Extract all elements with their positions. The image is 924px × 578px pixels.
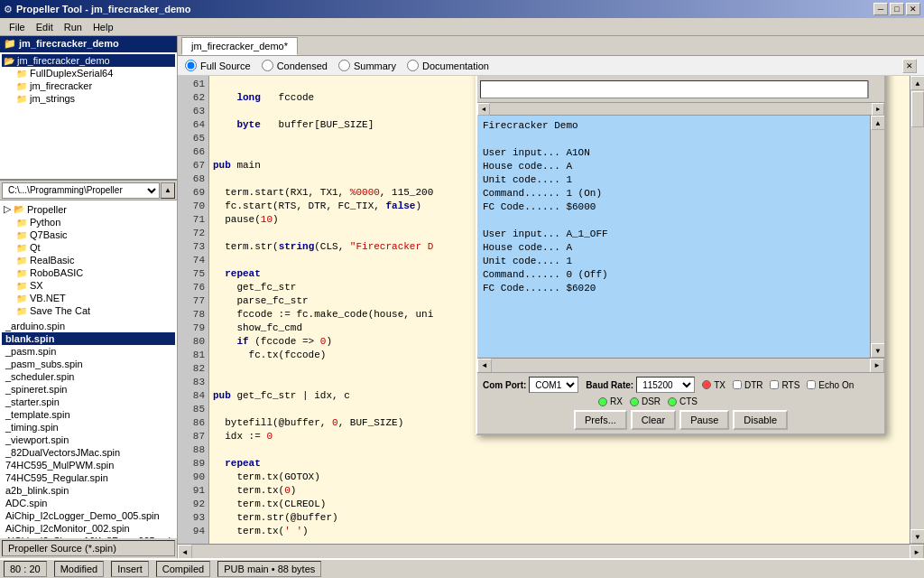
file-blank[interactable]: blank.spin bbox=[2, 332, 175, 345]
radio-documentation-input[interactable] bbox=[407, 60, 419, 71]
modified-status: Modified bbox=[54, 561, 105, 577]
radio-fullsource-input[interactable] bbox=[185, 60, 197, 71]
code-hscroll-right[interactable]: ► bbox=[910, 545, 924, 558]
code-hscroll-left[interactable]: ◄ bbox=[178, 545, 192, 558]
line-numbers: 6162636465666768697071727374757677787980… bbox=[178, 76, 209, 544]
file-82dual[interactable]: _82DualVectorsJMac.spin bbox=[2, 446, 175, 459]
folder-icon: 📁 bbox=[16, 94, 27, 104]
radio-condensed[interactable]: Condensed bbox=[262, 60, 328, 71]
tree-item-jm-strings[interactable]: 📁 jm_strings bbox=[2, 92, 175, 105]
prefs-button[interactable]: Prefs... bbox=[574, 410, 627, 430]
folder-icon: 📁 bbox=[16, 281, 27, 291]
project-tree: 📁 jm_firecracker_demo 📂 jm_firecracker_d… bbox=[0, 36, 177, 181]
terminal-action-buttons: Prefs... Clear Pause Disable bbox=[483, 410, 879, 430]
tab-bar: jm_firecracker_demo* bbox=[178, 36, 924, 56]
project-header: 📁 jm_firecracker_demo bbox=[0, 36, 177, 52]
echo-checkbox[interactable] bbox=[807, 380, 816, 389]
right-panel: jm_firecracker_demo* Full Source Condens… bbox=[178, 36, 924, 558]
tree-item-fullduplex[interactable]: 📁 FullDuplexSerial64 bbox=[2, 67, 175, 79]
file-pasm[interactable]: _pasm.spin bbox=[2, 345, 175, 358]
scroll-down-button[interactable]: ▼ bbox=[910, 529, 924, 544]
dir-sx[interactable]: 📁 SX bbox=[2, 279, 175, 292]
out-hscroll-track bbox=[492, 359, 870, 373]
dir-robobasic[interactable]: 📁 RoboBASIC bbox=[2, 266, 175, 279]
hscroll-right[interactable]: ► bbox=[872, 103, 884, 116]
dir-propeller[interactable]: ▷ 📂 Propeller bbox=[2, 202, 175, 216]
scroll-thumb[interactable] bbox=[911, 91, 924, 127]
clear-button[interactable]: Clear bbox=[631, 410, 676, 430]
path-up-button[interactable]: ▲ bbox=[161, 182, 175, 199]
out-hscroll-right[interactable]: ► bbox=[870, 359, 884, 373]
title-bar-buttons: ─ □ ✕ bbox=[873, 3, 920, 15]
dsr-label: DSR bbox=[642, 396, 661, 406]
dir-qt[interactable]: 📁 Qt bbox=[2, 241, 175, 254]
radio-summary-input[interactable] bbox=[338, 60, 350, 71]
dtr-checkbox[interactable] bbox=[733, 380, 742, 389]
com-port-label: Com Port: bbox=[483, 380, 526, 390]
cts-label: CTS bbox=[679, 396, 698, 406]
file-a2b[interactable]: a2b_blink.spin bbox=[2, 484, 175, 497]
file-spineret[interactable]: _spineret.spin bbox=[2, 383, 175, 396]
tree-item-jm-firecracker-demo[interactable]: 📂 jm_firecracker_demo bbox=[2, 54, 175, 67]
status-bar: 80 : 20 Modified Insert Compiled PUB mai… bbox=[0, 558, 924, 578]
dtr-label: DTR bbox=[744, 380, 763, 390]
menu-run[interactable]: Run bbox=[59, 20, 88, 34]
minimize-button[interactable]: ─ bbox=[873, 3, 888, 15]
expand-icon: ▷ bbox=[4, 203, 11, 215]
file-timing[interactable]: _timing.spin bbox=[2, 421, 175, 434]
file-scheduler[interactable]: _scheduler.spin bbox=[2, 370, 175, 383]
menu-file[interactable]: File bbox=[4, 20, 31, 34]
cursor-position: 80 : 20 bbox=[4, 561, 47, 577]
tree-item-jm-firecracker[interactable]: 📁 jm_firecracker bbox=[2, 79, 175, 92]
disable-button[interactable]: Disable bbox=[733, 410, 788, 430]
maximize-button[interactable]: □ bbox=[890, 3, 904, 15]
file-aichip-slave[interactable]: AiChip_I2cSlave_16Kx8Ram_005.spin bbox=[2, 535, 175, 538]
com-port-select[interactable]: COM1 bbox=[529, 377, 578, 393]
path-combo[interactable]: C:\...\Programming\Propeller bbox=[2, 182, 160, 199]
output-scroll-thumb[interactable] bbox=[872, 131, 883, 342]
editor-scrollbar[interactable]: ▲ ▼ bbox=[910, 76, 924, 544]
terminal-output-scrollbar[interactable]: ▲ ▼ bbox=[870, 116, 884, 358]
file-starter[interactable]: _starter.spin bbox=[2, 396, 175, 408]
radio-documentation[interactable]: Documentation bbox=[407, 60, 489, 71]
dir-realbasic[interactable]: 📁 RealBasic bbox=[2, 254, 175, 266]
file-74hc595-mul[interactable]: 74HC595_MulPWM.spin bbox=[2, 459, 175, 471]
tab-jm-firecracker[interactable]: jm_firecracker_demo* bbox=[181, 37, 298, 55]
file-arduino[interactable]: _arduino.spin bbox=[2, 320, 175, 332]
dir-savethecat[interactable]: 📁 Save The Cat bbox=[2, 304, 175, 317]
menu-edit[interactable]: Edit bbox=[31, 20, 59, 34]
dir-vbnet[interactable]: 📁 VB.NET bbox=[2, 292, 175, 304]
file-74hc595-reg[interactable]: 74HC595_Regular.spin bbox=[2, 471, 175, 484]
folder-icon: 📁 bbox=[16, 256, 27, 266]
out-hscroll-left[interactable]: ◄ bbox=[477, 359, 492, 373]
radio-condensed-input[interactable] bbox=[262, 60, 273, 71]
terminal-output-wrap: Firecracker Demo User input... A1ON Hous… bbox=[477, 116, 884, 358]
insert-status: Insert bbox=[111, 561, 149, 577]
file-adc[interactable]: ADC.spin bbox=[2, 497, 175, 509]
file-pasm-subs[interactable]: _pasm_subs.spin bbox=[2, 358, 175, 370]
close-editor-button[interactable]: ✕ bbox=[902, 59, 917, 73]
menu-help[interactable]: Help bbox=[88, 20, 119, 34]
dir-q7basic[interactable]: 📁 Q7Basic bbox=[2, 228, 175, 241]
radio-fullsource[interactable]: Full Source bbox=[185, 60, 251, 71]
pause-button[interactable]: Pause bbox=[679, 410, 729, 430]
output-scroll-up[interactable]: ▲ bbox=[871, 116, 884, 130]
file-template[interactable]: _template.spin bbox=[2, 408, 175, 421]
radio-summary[interactable]: Summary bbox=[338, 60, 396, 71]
terminal-controls: Com Port: COM1 Baud Rate: 115200 bbox=[477, 372, 884, 434]
output-scroll-down[interactable]: ▼ bbox=[871, 343, 884, 358]
file-aichip-log[interactable]: AiChip_I2cLogger_Demo_005.spin bbox=[2, 509, 175, 522]
dir-python[interactable]: 📁 Python bbox=[2, 216, 175, 228]
rts-checkbox[interactable] bbox=[770, 380, 779, 389]
scroll-up-button[interactable]: ▲ bbox=[910, 76, 924, 90]
tx-label: TX bbox=[714, 380, 725, 390]
file-aichip-mon[interactable]: AiChip_I2cMonitor_002.spin bbox=[2, 522, 175, 535]
baud-rate-group: Baud Rate: 115200 bbox=[586, 377, 695, 393]
dtr-group: DTR bbox=[733, 380, 763, 390]
hscroll-left[interactable]: ◄ bbox=[477, 103, 490, 116]
close-button[interactable]: ✕ bbox=[906, 3, 920, 15]
com-port-group: Com Port: COM1 bbox=[483, 377, 578, 393]
terminal-input-field[interactable] bbox=[480, 80, 868, 98]
baud-rate-select[interactable]: 115200 bbox=[636, 377, 695, 393]
file-viewport[interactable]: _viewport.spin bbox=[2, 434, 175, 446]
